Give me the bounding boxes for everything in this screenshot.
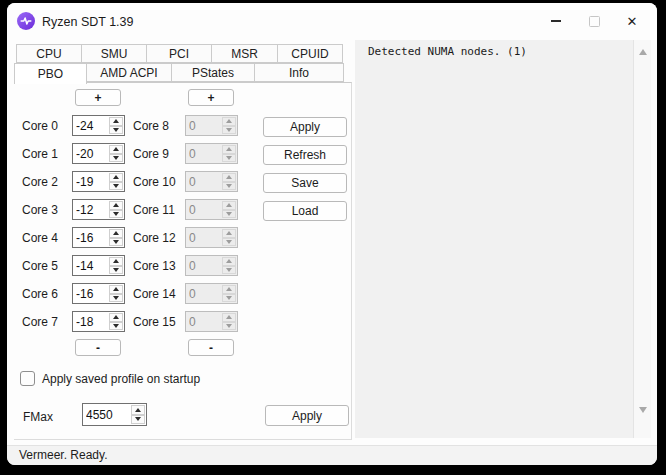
spinner-up-button (222, 229, 236, 238)
spinner-down-button[interactable] (109, 210, 123, 219)
spinner-down-button (222, 210, 236, 219)
spinner-down-button[interactable] (109, 294, 123, 303)
decrement-all-right-button[interactable]: - (188, 339, 234, 356)
fmax-value-input[interactable] (83, 404, 131, 425)
spinner-up-button[interactable] (109, 173, 123, 182)
apply-saved-profile-checkbox[interactable] (20, 371, 35, 386)
core-row: Core 13 (133, 255, 238, 276)
core-11-value-input (186, 200, 222, 219)
down-arrow-icon (226, 324, 232, 328)
title-bar: Ryzen SDT 1.39 ✕ (7, 3, 657, 41)
core-1-spinner (72, 143, 125, 164)
tab-cpu[interactable]: CPU (16, 44, 82, 63)
down-arrow-icon (113, 240, 119, 244)
core-row: Core 6 (22, 283, 125, 304)
up-arrow-icon (113, 203, 119, 207)
tab-pci[interactable]: PCI (146, 44, 212, 63)
spinner-up-button[interactable] (109, 117, 123, 126)
log-scrollbar[interactable] (633, 40, 651, 438)
status-text: Vermeer. Ready. (19, 448, 108, 462)
fmax-label: FMax (23, 406, 53, 428)
spinner-up-button[interactable] (109, 229, 123, 238)
up-arrow-icon (226, 203, 232, 207)
down-arrow-icon (226, 212, 232, 216)
down-arrow-icon (226, 156, 232, 160)
core-row: Core 11 (133, 199, 238, 220)
tab-msr[interactable]: MSR (211, 44, 278, 63)
tab-amd-acpi[interactable]: AMD ACPI (86, 63, 172, 82)
spinner-down-button[interactable] (109, 154, 123, 163)
spinner-down-button[interactable] (109, 126, 123, 135)
refresh-button[interactable]: Refresh (263, 145, 347, 165)
spinner-down-button[interactable] (109, 238, 123, 247)
spinner-up-button[interactable] (109, 313, 123, 322)
down-arrow-icon (135, 417, 141, 421)
core-9-spinner (185, 143, 238, 164)
up-arrow-icon (113, 119, 119, 123)
spinner-down-button (222, 322, 236, 331)
core-label: Core 12 (133, 231, 185, 245)
apply-button[interactable]: Apply (263, 117, 347, 137)
increment-all-right-button[interactable]: + (188, 89, 234, 106)
tab-smu[interactable]: SMU (81, 44, 147, 63)
up-arrow-icon (226, 119, 232, 123)
core-4-value-input[interactable] (73, 228, 109, 247)
core-0-value-input[interactable] (73, 116, 109, 135)
core-6-value-input[interactable] (73, 284, 109, 303)
core-7-value-input[interactable] (73, 312, 109, 331)
core-11-spinner (185, 199, 238, 220)
down-arrow-icon (226, 128, 232, 132)
spinner-down-button[interactable] (109, 266, 123, 275)
app-logo-icon (17, 12, 35, 30)
core-label: Core 4 (22, 231, 72, 245)
fmax-apply-button[interactable]: Apply (265, 405, 349, 426)
scroll-up-icon (639, 49, 647, 55)
core-14-spinner (185, 283, 238, 304)
spinner-down-button[interactable] (109, 182, 123, 191)
increment-all-left-button[interactable]: + (75, 89, 121, 106)
tab-pbo[interactable]: PBO (14, 63, 87, 84)
core-4-spinner (72, 227, 125, 248)
tab-pstates[interactable]: PStates (171, 63, 255, 82)
core-8-spinner (185, 115, 238, 136)
down-arrow-icon (226, 184, 232, 188)
core-2-value-input[interactable] (73, 172, 109, 191)
core-row: Core 4 (22, 227, 125, 248)
close-button[interactable]: ✕ (613, 5, 651, 37)
scroll-down-button[interactable] (634, 402, 651, 418)
spinner-up-button[interactable] (109, 257, 123, 266)
status-bar: Vermeer. Ready. (7, 445, 657, 465)
up-arrow-icon (226, 259, 232, 263)
core-3-value-input[interactable] (73, 200, 109, 219)
core-5-spinner (72, 255, 125, 276)
spinner-up-button (222, 313, 236, 322)
spinner-down-button[interactable] (131, 415, 145, 425)
scroll-up-button[interactable] (634, 44, 651, 60)
minimize-button[interactable] (537, 5, 575, 37)
core-9-value-input (186, 144, 222, 163)
spinner-up-button[interactable] (109, 201, 123, 210)
core-1-value-input[interactable] (73, 144, 109, 163)
core-14-value-input (186, 284, 222, 303)
core-0-spinner (72, 115, 125, 136)
tab-info[interactable]: Info (254, 63, 344, 82)
decrement-all-left-button[interactable]: - (75, 339, 121, 356)
tab-cpuid[interactable]: CPUID (277, 44, 343, 63)
core-row: Core 5 (22, 255, 125, 276)
core-column-right: Core 8 Core 9 Core 10 Core 11 Core 12 Co… (133, 115, 238, 332)
spinner-up-button[interactable] (109, 285, 123, 294)
save-button[interactable]: Save (263, 173, 347, 193)
core-5-value-input[interactable] (73, 256, 109, 275)
core-label: Core 11 (133, 203, 185, 217)
log-text: Detected NUMA nodes. (1) (368, 45, 527, 58)
core-10-spinner (185, 171, 238, 192)
core-15-spinner (185, 311, 238, 332)
spinner-down-button (222, 294, 236, 303)
spinner-up-button[interactable] (131, 405, 145, 415)
scroll-down-icon (639, 407, 647, 413)
spinner-up-button[interactable] (109, 145, 123, 154)
load-button[interactable]: Load (263, 201, 347, 221)
action-buttons: Apply Refresh Save Load (263, 117, 347, 221)
core-12-value-input (186, 228, 222, 247)
spinner-down-button[interactable] (109, 322, 123, 331)
